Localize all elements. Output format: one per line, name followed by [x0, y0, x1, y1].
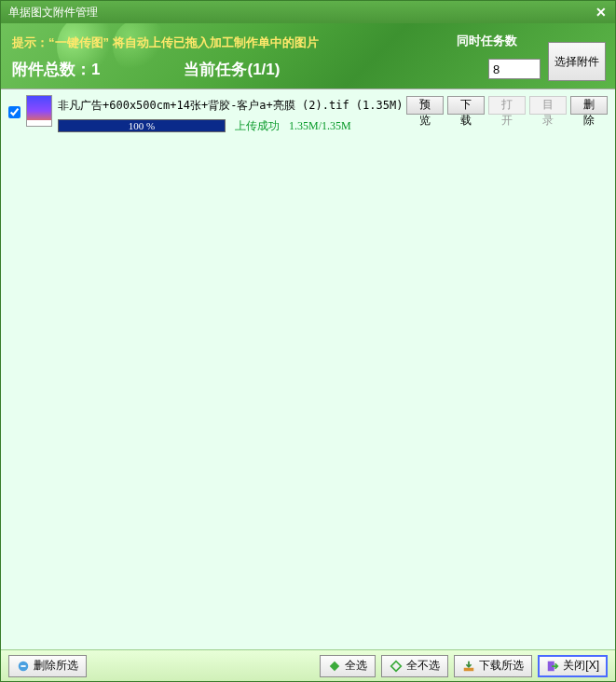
concurrent-tasks-input[interactable] — [488, 59, 541, 79]
diamond-icon — [390, 660, 403, 673]
concurrent-label: 同时任务数 — [457, 33, 517, 49]
check-icon — [328, 660, 341, 673]
close-icon[interactable]: ✕ — [591, 4, 611, 20]
current-task: 当前任务(1/1) — [184, 59, 280, 80]
select-all-button[interactable]: 全选 — [320, 655, 376, 677]
svg-marker-3 — [391, 661, 402, 671]
download-selected-button[interactable]: 下载所选 — [454, 655, 532, 677]
footer-toolbar: 删除所选 全选 全不选 下载所选 关闭[X] — [1, 649, 615, 681]
attachment-item: 非凡广告+600x500cm+14张+背胶-客户a+亮膜 (2).tif (1.… — [1, 89, 615, 140]
open-button: 打开 — [488, 96, 526, 115]
window-title: 单据图文附件管理 — [5, 5, 591, 20]
size-label: 1.35M/1.35M — [289, 119, 351, 133]
header-panel: 同时任务数 选择附件 提示：“一键传图” 将自动上传已拖入加工制作单中的图片 附… — [1, 23, 615, 89]
progress-text: 100 % — [59, 120, 225, 131]
delete-icon — [17, 660, 30, 673]
titlebar: 单据图文附件管理 ✕ — [1, 1, 615, 23]
progress-bar: 100 % — [58, 119, 226, 132]
tip-text: 提示：“一键传图” 将自动上传已拖入加工制作单中的图片 — [12, 34, 319, 51]
delete-selected-button[interactable]: 删除所选 — [8, 655, 87, 677]
exit-icon — [546, 660, 559, 673]
attachment-count: 附件总数：1 — [12, 59, 100, 80]
close-button[interactable]: 关闭[X] — [538, 655, 608, 677]
download-button[interactable]: 下载 — [447, 96, 485, 115]
svg-rect-1 — [21, 665, 25, 667]
status-label: 上传成功 — [235, 118, 280, 134]
thumbnail-icon — [26, 95, 52, 127]
download-icon — [462, 660, 475, 673]
preview-button[interactable]: 预览 — [406, 96, 444, 115]
folder-button: 目录 — [529, 96, 567, 115]
select-attachment-button[interactable]: 选择附件 — [548, 42, 606, 81]
delete-button[interactable]: 删除 — [570, 96, 608, 115]
item-checkbox[interactable] — [8, 106, 21, 118]
svg-marker-2 — [330, 661, 340, 671]
svg-rect-4 — [464, 667, 474, 671]
select-none-button[interactable]: 全不选 — [381, 655, 448, 677]
attachment-list: 非凡广告+600x500cm+14张+背胶-客户a+亮膜 (2).tif (1.… — [1, 89, 615, 649]
filename-label: 非凡广告+600x500cm+14张+背胶-客户a+亮膜 (2).tif (1.… — [58, 98, 403, 114]
attachment-manager-window: 单据图文附件管理 ✕ 同时任务数 选择附件 提示：“一键传图” 将自动上传已拖入… — [0, 0, 616, 682]
